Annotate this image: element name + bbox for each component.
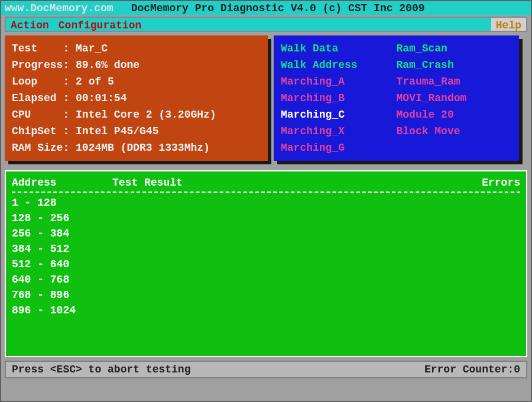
results-panel: Address Test Result Errors 1 - 128 128 -… [5, 170, 527, 357]
test-label: Test : [12, 43, 76, 54]
menu-help[interactable]: Help [491, 18, 526, 31]
test-marching-b: Marching_B [281, 90, 397, 106]
test-movi-random: MOVI_Random [397, 90, 512, 106]
vendor-url: www.DocMemory.com [5, 1, 113, 15]
app-frame: www.DocMemory.com DocMemory Pro Diagnost… [0, 0, 532, 402]
result-row: 1 - 128 [12, 195, 520, 210]
ram-label: RAM Size: [12, 142, 76, 154]
tests-panel: Walk Data Walk Address Marching_A Marchi… [274, 35, 519, 161]
result-row: 640 - 768 [12, 272, 520, 287]
progress-label: Progress: [12, 59, 76, 71]
test-value: Mar_C [76, 43, 108, 54]
result-row: 896 - 1024 [12, 303, 520, 318]
result-row: 256 - 384 [12, 226, 520, 241]
tests-col-1: Walk Data Walk Address Marching_A Marchi… [281, 40, 397, 156]
product-title: DocMemory Pro Diagnostic V4.0 (c) CST In… [131, 1, 527, 15]
menu-configuration[interactable]: Configuration [54, 18, 146, 31]
test-walk-data: Walk Data [281, 40, 397, 57]
cpu-label: CPU : [12, 109, 76, 121]
cpu-value: Intel Core 2 (3.20GHz) [76, 109, 216, 121]
ram-value: 1024MB (DDR3 1333Mhz) [76, 142, 210, 154]
test-ram-crash: Ram_Crash [397, 57, 512, 73]
menu-action[interactable]: Action [6, 18, 54, 31]
test-marching-x: Marching_X [281, 123, 397, 140]
tests-col-2: Ram_Scan Ram_Crash Trauma_Ram MOVI_Rando… [397, 40, 512, 156]
results-divider [12, 192, 520, 193]
chipset-value: Intel P45/G45 [76, 125, 158, 137]
result-row: 768 - 896 [12, 287, 520, 303]
test-ram-scan: Ram_Scan [397, 40, 512, 57]
elapsed-value: 00:01:54 [76, 92, 126, 104]
bottom-bar: Press <ESC> to abort testing Error Count… [5, 361, 527, 378]
error-counter-value: 0 [514, 362, 520, 377]
test-marching-g: Marching_G [281, 140, 397, 156]
test-block-move: Block Move [397, 123, 512, 140]
chipset-label: ChipSet : [12, 125, 76, 137]
abort-hint: Press <ESC> to abort testing [12, 362, 424, 377]
status-panel: Test : Mar_C Progress: 89.6% done Loop :… [5, 35, 268, 161]
col-address: Address [12, 175, 112, 190]
result-row: 128 - 256 [12, 210, 520, 226]
col-errors: Errors [449, 175, 520, 190]
content-area: Test : Mar_C Progress: 89.6% done Loop :… [1, 32, 531, 161]
result-row: 512 - 640 [12, 257, 520, 272]
elapsed-label: Elapsed : [12, 92, 76, 104]
loop-label: Loop : [12, 76, 76, 87]
test-module-20: Module 20 [397, 106, 512, 123]
progress-value: 89.6% done [76, 59, 140, 71]
test-marching-a: Marching_A [281, 73, 397, 90]
col-test-result: Test Result [112, 175, 449, 190]
results-header: Address Test Result Errors [12, 175, 520, 190]
test-marching-c-current: Marching_C [281, 106, 397, 123]
title-bar: www.DocMemory.com DocMemory Pro Diagnost… [1, 1, 531, 15]
menu-bar: Action Configuration Help [5, 17, 527, 32]
test-walk-address: Walk Address [281, 57, 397, 73]
error-counter-label: Error Counter: [424, 362, 514, 377]
loop-value: 2 of 5 [76, 76, 114, 87]
result-row: 384 - 512 [12, 241, 520, 257]
test-trauma-ram: Trauma_Ram [397, 73, 512, 90]
